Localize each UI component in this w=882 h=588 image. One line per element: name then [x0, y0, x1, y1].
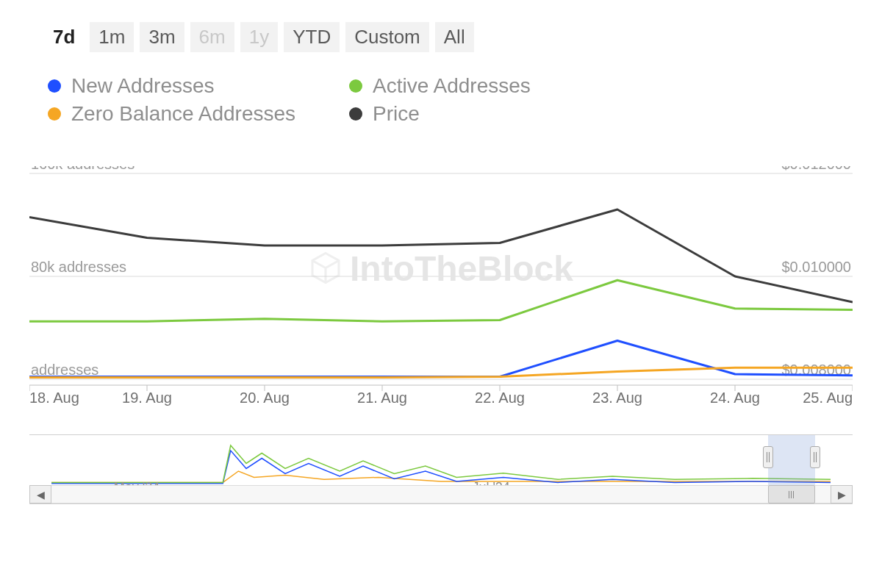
svg-text:20. Aug: 20. Aug: [240, 390, 290, 406]
legend-item-price[interactable]: Price: [349, 102, 628, 126]
range-1y: 1y: [240, 22, 278, 52]
legend-label: New Addresses: [71, 74, 215, 98]
svg-text:24. Aug: 24. Aug: [710, 390, 760, 406]
svg-text:23. Aug: 23. Aug: [592, 390, 642, 406]
range-selector: 7d1m3m6m1yYTDCustomAll: [29, 22, 853, 52]
legend-item-zero-balance-addresses[interactable]: Zero Balance Addresses: [48, 102, 327, 126]
chart-canvas: addresses80k addresses160k addresses$0.0…: [29, 166, 853, 409]
svg-text:$0.010000: $0.010000: [781, 259, 851, 275]
navigator-handle-left[interactable]: [763, 446, 773, 468]
svg-text:80k addresses: 80k addresses: [31, 259, 126, 275]
range-ytd[interactable]: YTD: [284, 22, 340, 52]
range-6m: 6m: [190, 22, 234, 52]
svg-text:$0.012000: $0.012000: [781, 166, 851, 172]
legend-label: Zero Balance Addresses: [71, 102, 295, 126]
legend-swatch: [349, 107, 362, 121]
svg-text:22. Aug: 22. Aug: [475, 390, 525, 406]
legend-swatch: [48, 79, 61, 93]
legend-swatch: [48, 107, 61, 121]
range-custom[interactable]: Custom: [345, 22, 429, 52]
range-all[interactable]: All: [435, 22, 474, 52]
svg-text:19. Aug: 19. Aug: [122, 390, 172, 406]
svg-text:25. Aug: 25. Aug: [803, 390, 853, 406]
scrollbar-track[interactable]: [51, 485, 831, 503]
range-7d[interactable]: 7d: [44, 22, 84, 52]
scroll-right-button[interactable]: ▶: [831, 485, 853, 503]
legend-swatch: [349, 79, 362, 93]
svg-text:160k addresses: 160k addresses: [31, 166, 135, 172]
navigator-handle-right[interactable]: [810, 446, 820, 468]
legend-item-new-addresses[interactable]: New Addresses: [48, 74, 327, 98]
navigator-canvas: [51, 435, 831, 487]
legend-item-active-addresses[interactable]: Active Addresses: [349, 74, 628, 98]
svg-text:21. Aug: 21. Aug: [357, 390, 407, 406]
legend-label: Active Addresses: [373, 74, 531, 98]
main-chart[interactable]: IntoTheBlock addresses80k addresses160k …: [29, 166, 853, 409]
svg-text:18. Aug: 18. Aug: [29, 390, 79, 406]
svg-text:addresses: addresses: [31, 362, 98, 378]
navigator-selection[interactable]: [768, 435, 815, 485]
chart-navigator[interactable]: May '24Jul '24 ◀ ▶: [29, 434, 853, 504]
range-1m[interactable]: 1m: [90, 22, 134, 52]
range-3m[interactable]: 3m: [140, 22, 184, 52]
scroll-left-button[interactable]: ◀: [29, 485, 51, 503]
chart-legend: New AddressesActive AddressesZero Balanc…: [29, 74, 853, 126]
legend-label: Price: [373, 102, 420, 126]
scrollbar-thumb[interactable]: [768, 485, 815, 503]
